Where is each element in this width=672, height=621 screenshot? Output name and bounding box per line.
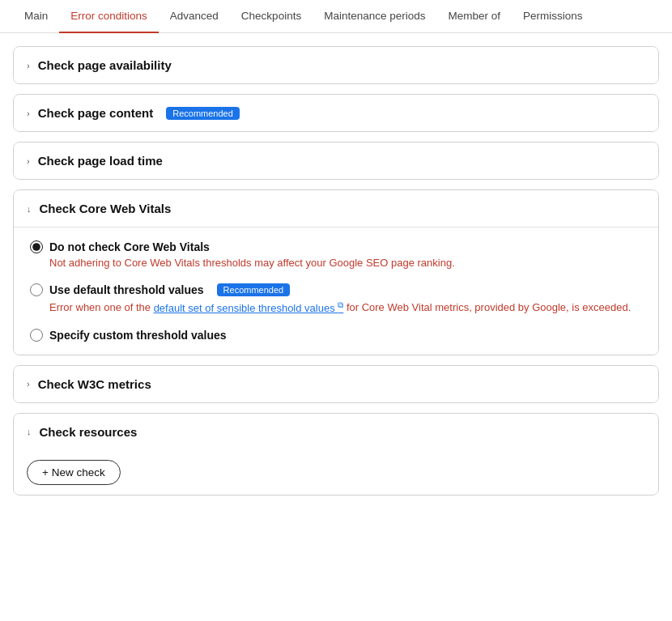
card-title-check-page-content: Check page content <box>38 106 154 120</box>
card-title-check-page-availability: Check page availability <box>38 58 172 72</box>
radio-label-no-check[interactable]: Do not check Core Web Vitals <box>49 240 210 253</box>
tab-error-conditions[interactable]: Error conditions <box>59 0 159 33</box>
card-title-check-core-web-vitals: Check Core Web Vitals <box>40 202 172 215</box>
card-check-page-content: › Check page content Recommended <box>13 94 659 132</box>
card-header-check-page-load-time[interactable]: › Check page load time <box>14 142 658 179</box>
card-body-check-core-web-vitals: Do not check Core Web Vitals Not adherin… <box>14 227 658 355</box>
radio-custom-threshold[interactable] <box>30 329 43 342</box>
radio-label-custom-threshold[interactable]: Specify custom threshold values <box>49 329 227 342</box>
card-title-check-resources: Check resources <box>40 425 138 439</box>
desc-prefix: Error when one of the <box>49 302 154 314</box>
radio-option-no-check: Do not check Core Web Vitals Not adherin… <box>30 240 642 270</box>
chevron-down-icon-resources: ↓ <box>27 427 32 436</box>
tab-bar: Main Error conditions Advanced Checkpoin… <box>0 0 672 33</box>
tab-main[interactable]: Main <box>13 0 59 33</box>
radio-label-default-threshold[interactable]: Use default threshold values <box>49 283 204 296</box>
card-check-core-web-vitals: ↓ Check Core Web Vitals Do not check Cor… <box>13 189 659 355</box>
radio-option-default-threshold: Use default threshold values Recommended… <box>30 283 642 316</box>
recommended-badge-default-threshold: Recommended <box>217 283 291 296</box>
card-check-w3c-metrics: › Check W3C metrics <box>13 365 659 403</box>
chevron-right-icon-3: › <box>27 156 30 166</box>
card-title-check-w3c-metrics: Check W3C metrics <box>38 377 151 391</box>
card-header-check-w3c-metrics[interactable]: › Check W3C metrics <box>14 366 658 402</box>
card-check-page-load-time: › Check page load time <box>13 142 659 180</box>
card-header-check-page-availability[interactable]: › Check page availability <box>14 47 658 83</box>
card-check-page-availability: › Check page availability <box>13 46 659 84</box>
default-threshold-link[interactable]: default set of sensible threshold values… <box>154 302 344 314</box>
card-title-check-page-load-time: Check page load time <box>38 154 163 168</box>
radio-desc-default-threshold: Error when one of the default set of sen… <box>49 299 642 316</box>
radio-default-threshold[interactable] <box>30 283 43 296</box>
tab-permissions[interactable]: Permissions <box>512 0 594 33</box>
radio-desc-no-check: Not adhering to Core Web Vitals threshol… <box>49 256 642 270</box>
desc-suffix: for Core Web Vital metrics, provided by … <box>343 302 631 314</box>
radio-option-custom-threshold: Specify custom threshold values <box>30 329 642 342</box>
tab-member-of[interactable]: Member of <box>437 0 513 33</box>
tab-maintenance-periods[interactable]: Maintenance periods <box>313 0 436 33</box>
recommended-badge-page-content: Recommended <box>166 107 240 120</box>
tab-advanced[interactable]: Advanced <box>159 0 230 33</box>
chevron-right-icon-2: › <box>27 108 30 118</box>
chevron-down-icon: ↓ <box>27 204 32 214</box>
radio-no-check[interactable] <box>30 240 43 253</box>
chevron-right-icon: › <box>27 61 30 70</box>
tab-checkpoints[interactable]: Checkpoints <box>230 0 313 33</box>
card-header-check-core-web-vitals[interactable]: ↓ Check Core Web Vitals <box>14 190 658 227</box>
content-area: › Check page availability › Check page c… <box>0 33 672 508</box>
card-body-check-resources: + New check <box>14 450 658 495</box>
card-header-check-page-content[interactable]: › Check page content Recommended <box>14 95 658 131</box>
chevron-right-icon-5: › <box>27 379 30 389</box>
card-check-resources: ↓ Check resources + New check <box>13 413 659 496</box>
new-check-button[interactable]: + New check <box>27 460 121 485</box>
card-header-check-resources[interactable]: ↓ Check resources <box>14 414 658 450</box>
